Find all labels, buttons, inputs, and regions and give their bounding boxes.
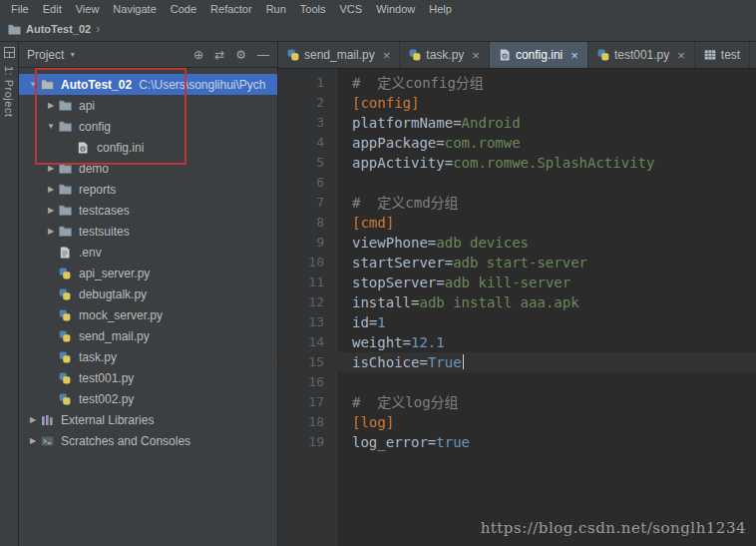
editor-area: send_mail.py×task.py×config.ini×test001.… (278, 42, 756, 546)
chevron-down-icon[interactable]: ▼ (69, 51, 76, 58)
hide-panel-icon[interactable]: — (257, 49, 269, 61)
tree-item-send-mail-py[interactable]: send_mail.py (19, 325, 277, 346)
editor-line-12[interactable]: 12install=adb install aaa.apk (278, 292, 756, 312)
line-number: 1 (278, 73, 336, 93)
panel-title[interactable]: Project (27, 48, 64, 62)
tree-item-api-server-py[interactable]: api_server.py (19, 263, 277, 283)
tree-item-autotest-02[interactable]: ▼AutoTest_02C:\Users\songlihui\Pych (19, 74, 277, 95)
tab-label: config.ini (516, 48, 563, 62)
tree-item-demo[interactable]: ▶demo (19, 158, 277, 179)
editor-line-4[interactable]: 4appPackage=com.romwe (278, 133, 756, 153)
editor-line-17[interactable]: 17# 定义log分组 (278, 392, 756, 412)
code-text: appActivity=com.romwe.SplashActivity (336, 153, 654, 173)
chevron-right-icon[interactable]: ▶ (43, 227, 59, 236)
code-text: [cmd] (336, 213, 394, 233)
tree-item-label: testcases (79, 204, 130, 218)
python-file-icon (59, 288, 75, 300)
tree-item-test001-py[interactable]: test001.py (19, 367, 277, 388)
menu-view[interactable]: View (69, 3, 107, 15)
line-number: 16 (278, 372, 336, 392)
tab-test001-py[interactable]: test001.py× (588, 42, 695, 68)
editor-line-10[interactable]: 10startServer=adb start-server (278, 253, 756, 273)
menu-window[interactable]: Window (369, 3, 422, 15)
tree-item-scratches-and-consoles[interactable]: ▶Scratches and Consoles (19, 430, 277, 451)
chevron-right-icon[interactable]: ▶ (43, 206, 59, 215)
main-area: 1: Project Project ▼ ⊕⇄⚙— ▼AutoTest_02C:… (0, 42, 756, 546)
line-number: 13 (278, 312, 336, 332)
editor-line-1[interactable]: 1# 定义config分组 (278, 73, 756, 93)
editor-line-18[interactable]: 18[log] (278, 412, 756, 432)
editor-line-13[interactable]: 13id=1 (278, 312, 756, 332)
project-tool-window-button[interactable]: 1: Project (3, 66, 15, 117)
python-file-icon (59, 330, 75, 342)
tree-item-env[interactable]: .env (19, 242, 277, 263)
close-icon[interactable]: × (570, 49, 578, 62)
chevron-right-icon[interactable]: ▶ (25, 415, 41, 424)
line-number: 4 (278, 133, 336, 153)
editor-line-6[interactable]: 6 (278, 173, 756, 193)
menu-refactor[interactable]: Refactor (203, 3, 259, 15)
menu-run[interactable]: Run (259, 3, 293, 15)
tree-item-config-ini[interactable]: config.ini (19, 137, 277, 158)
folder-icon (59, 226, 75, 237)
editor-line-14[interactable]: 14weight=12.1 (278, 332, 756, 352)
editor-line-2[interactable]: 2[config] (278, 93, 756, 113)
close-icon[interactable]: × (383, 49, 391, 62)
menu-bar: FileEditViewNavigateCodeRefactorRunTools… (0, 0, 756, 17)
menu-navigate[interactable]: Navigate (106, 3, 163, 15)
editor-line-11[interactable]: 11stopServer=adb kill-server (278, 273, 756, 292)
scratches-icon (41, 435, 57, 447)
tree-item-task-py[interactable]: task.py (19, 346, 277, 367)
line-number: 2 (278, 93, 336, 113)
close-icon[interactable]: × (677, 49, 685, 62)
settings-gear-icon[interactable]: ⚙ (235, 49, 246, 61)
tab-test[interactable]: test (695, 42, 750, 68)
menu-file[interactable]: File (4, 3, 36, 15)
tab-task-py[interactable]: task.py× (400, 42, 490, 68)
editor-line-8[interactable]: 8[cmd] (278, 213, 756, 233)
tree-item-api[interactable]: ▶api (19, 95, 277, 116)
scroll-from-source-icon[interactable]: ⊕ (193, 49, 203, 61)
tree-item-testcases[interactable]: ▶testcases (19, 200, 277, 221)
editor-line-15[interactable]: 15isChoice=True (278, 352, 756, 372)
breadcrumb-project[interactable]: AutoTest_02 (26, 23, 91, 35)
collapse-all-icon[interactable]: ⇄ (214, 49, 224, 61)
tree-item-test002-py[interactable]: test002.py (19, 388, 277, 409)
tree-item-external-libraries[interactable]: ▶External Libraries (19, 409, 277, 430)
menu-tools[interactable]: Tools (293, 3, 333, 15)
editor-line-9[interactable]: 9viewPhone=adb devices (278, 233, 756, 253)
editor-line-5[interactable]: 5appActivity=com.romwe.SplashActivity (278, 153, 756, 173)
editor-line-19[interactable]: 19log_error=true (278, 432, 756, 452)
editor-line-16[interactable]: 16 (278, 372, 756, 392)
tab-config-ini[interactable]: config.ini× (490, 42, 588, 68)
tree-item-reports[interactable]: ▶reports (19, 179, 277, 200)
editor-body[interactable]: 1# 定义config分组2[config]3platformName=Andr… (278, 69, 756, 546)
tab-send-mail-py[interactable]: send_mail.py× (278, 42, 400, 68)
code-text: startServer=adb start-server (336, 253, 587, 273)
chevron-down-icon[interactable]: ▼ (43, 122, 59, 131)
chevron-down-icon[interactable]: ▼ (25, 80, 41, 89)
tree-item-testsuites[interactable]: ▶testsuites (19, 221, 277, 242)
chevron-right-icon[interactable]: ▶ (43, 185, 59, 194)
tree-item-label: External Libraries (61, 413, 154, 427)
tree-item-debugtalk-py[interactable]: debugtalk.py (19, 283, 277, 304)
tree-item-label: .env (79, 246, 102, 260)
tree-item-label: config (79, 120, 111, 134)
chevron-right-icon[interactable]: ▶ (25, 436, 41, 445)
chevron-right-icon[interactable]: ▶ (43, 164, 59, 173)
tool-windows-icon[interactable] (4, 47, 15, 58)
left-tool-strip: 1: Project (0, 42, 19, 546)
menu-vcs[interactable]: VCS (333, 3, 370, 15)
editor-line-3[interactable]: 3platformName=Android (278, 113, 756, 133)
line-number: 7 (278, 193, 336, 213)
menu-help[interactable]: Help (422, 3, 459, 15)
menu-edit[interactable]: Edit (36, 3, 69, 15)
tree-item-config[interactable]: ▼config (19, 116, 277, 137)
menu-code[interactable]: Code (164, 3, 203, 15)
editor-line-7[interactable]: 7# 定义cmd分组 (278, 193, 756, 213)
watermark: https://blog.csdn.net/songlh1234 (481, 519, 746, 537)
close-icon[interactable]: × (472, 49, 480, 62)
tree-item-mock-server-py[interactable]: mock_server.py (19, 304, 277, 325)
ini-file-icon (499, 49, 511, 61)
chevron-right-icon[interactable]: ▶ (43, 101, 59, 110)
